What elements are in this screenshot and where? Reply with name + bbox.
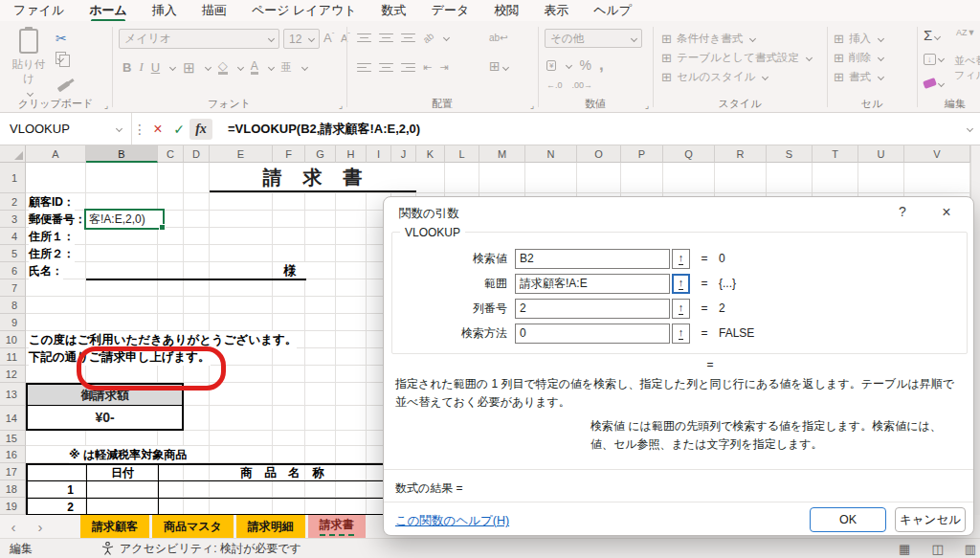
italic-button[interactable]: I — [139, 59, 143, 75]
sheet-nav-right[interactable]: › — [27, 519, 54, 535]
autosum-button[interactable]: Σ — [924, 27, 940, 43]
sort-filter-label[interactable]: 並べ替えフィルター — [954, 54, 980, 82]
cell-postal-label[interactable]: 郵便番号： — [29, 211, 86, 228]
column-header-R[interactable]: R — [715, 145, 767, 163]
row-header-5[interactable]: 5 — [0, 245, 26, 262]
column-header-N[interactable]: N — [525, 145, 577, 163]
ribbon-tab-ページ レイアウト[interactable]: ページ レイアウト — [252, 2, 357, 19]
function-help-link[interactable]: この関数のヘルプ(H) — [395, 513, 509, 529]
sheet-tab-請求顧客[interactable]: 請求顧客 — [80, 515, 149, 538]
column-header-S[interactable]: S — [767, 145, 813, 163]
ribbon-tab-表示[interactable]: 表示 — [544, 2, 568, 19]
row-header-16[interactable]: 16 — [0, 446, 26, 463]
accessibility-status[interactable]: アクセシビリティ: 検討が必要です — [120, 541, 301, 557]
cell-button[interactable]: ⊞挿入 — [834, 29, 883, 48]
ribbon-tab-ヘルプ[interactable]: ヘルプ — [593, 2, 632, 19]
dialog-launcher-icon[interactable]: ⌟ — [530, 100, 534, 110]
sort-filter-icon[interactable]: AZ▼ — [956, 29, 975, 37]
align-center-icon[interactable] — [379, 63, 393, 73]
view-page-layout-icon[interactable]: ◫ — [931, 542, 943, 556]
ribbon-tab-挿入[interactable]: 挿入 — [152, 2, 177, 19]
orientation-button[interactable]: ab — [421, 31, 436, 46]
clear-button[interactable] — [924, 77, 944, 90]
column-header-J[interactable]: J — [391, 145, 416, 163]
dialog-launcher-icon[interactable]: ⌟ — [104, 100, 108, 110]
align-top-icon[interactable] — [357, 33, 371, 43]
cut-button[interactable]: ✂ — [56, 31, 67, 46]
ribbon-tab-ファイル[interactable]: ファイル — [13, 2, 64, 19]
sheet-nav-left[interactable]: ‹ — [0, 519, 27, 535]
cell-addr1-label[interactable]: 住所１： — [29, 228, 75, 245]
column-header-H[interactable]: H — [336, 145, 367, 163]
cell-customer-id-label[interactable]: 顧客ID： — [29, 193, 75, 211]
column-header-C[interactable]: C — [158, 145, 184, 163]
column-header-M[interactable]: M — [479, 145, 525, 163]
comma-format-button[interactable]: , — [599, 56, 604, 75]
column-header-B[interactable]: B — [86, 145, 158, 163]
column-header-Q[interactable]: Q — [663, 145, 715, 163]
detail-row-1-number[interactable]: 1 — [26, 481, 79, 499]
fill-color-button[interactable]: ◇ — [218, 59, 228, 75]
column-header-U[interactable]: U — [858, 145, 904, 163]
ribbon-tab-ホーム[interactable]: ホーム — [89, 2, 127, 19]
font-size-select[interactable]: 12 — [283, 29, 320, 49]
row-header-18[interactable]: 18 — [0, 480, 26, 498]
select-all-corner[interactable] — [0, 145, 26, 163]
cell-button[interactable]: ⊞書式 — [834, 67, 883, 86]
view-normal-icon[interactable]: ▦ — [899, 542, 910, 556]
editing-cell-b3[interactable]: 客!A:E,2,0) — [84, 209, 165, 230]
decrease-indent-icon[interactable]: ⇤ — [423, 61, 432, 74]
formula-input[interactable]: =VLOOKUP(B2,請求顧客!A:E,2,0) — [228, 121, 420, 138]
row-header-12[interactable]: 12 — [0, 366, 26, 383]
row-header-2[interactable]: 2 — [0, 193, 26, 211]
column-header-T[interactable]: T — [813, 145, 858, 163]
column-header-I[interactable]: I — [367, 145, 391, 163]
increase-indent-icon[interactable]: ⇥ — [439, 61, 448, 74]
align-right-icon[interactable] — [401, 63, 415, 73]
expand-formula-bar-icon[interactable] — [967, 125, 973, 132]
row-header-8[interactable]: 8 — [0, 297, 26, 314]
column-header-E[interactable]: E — [210, 145, 273, 163]
sheet-tab-商品マスタ[interactable]: 商品マスタ — [152, 515, 234, 538]
invoice-title-cell[interactable]: 請 求 書 — [210, 163, 416, 192]
column-header-A[interactable]: A — [26, 145, 86, 163]
row-header-15[interactable]: 15 — [0, 431, 26, 446]
row-header-6[interactable]: 6 — [0, 262, 26, 279]
percent-format-button[interactable]: % — [579, 57, 590, 73]
row-header-11[interactable]: 11 — [0, 348, 26, 366]
row-header-19[interactable]: 19 — [0, 498, 26, 515]
fill-button[interactable]: ↓ — [924, 52, 944, 65]
ribbon-tab-数式[interactable]: 数式 — [382, 2, 407, 19]
formula-bar-handle[interactable]: ⋮ — [132, 122, 147, 137]
underline-button[interactable]: U — [151, 60, 160, 75]
collapse-dialog-button[interactable]: ↑ — [672, 249, 690, 269]
phonetic-button[interactable]: 亜 — [281, 62, 292, 73]
argument-input-検索方法[interactable]: 0 — [515, 324, 670, 344]
borders-button[interactable]: ⊞ — [183, 60, 195, 75]
argument-input-範囲[interactable]: 請求顧客!A:E — [515, 274, 670, 294]
style-button[interactable]: ⊞テーブルとして書式設定 — [661, 48, 812, 67]
grow-font-button[interactable]: Aˆ — [323, 31, 334, 45]
ribbon-tab-校閲[interactable]: 校閲 — [494, 2, 519, 19]
column-header-F[interactable]: F — [273, 145, 305, 163]
row-header-3[interactable]: 3 — [0, 211, 26, 228]
merge-center-button[interactable]: ⊞ — [489, 59, 508, 74]
row-header-4[interactable]: 4 — [0, 228, 26, 245]
column-header-P[interactable]: P — [621, 145, 663, 163]
cell-button[interactable]: ⊞削除 — [834, 48, 883, 67]
decrease-decimal-button[interactable]: .00→ — [572, 80, 593, 90]
insert-function-button[interactable]: fx — [189, 119, 212, 140]
dialog-close-button[interactable]: × — [937, 204, 956, 221]
confirm-entry-button[interactable]: ✓ — [168, 122, 189, 137]
dialog-launcher-icon[interactable]: ⌟ — [645, 100, 649, 110]
row-header-9[interactable]: 9 — [0, 314, 26, 331]
font-color-button[interactable]: A — [251, 60, 258, 75]
align-bottom-icon[interactable] — [401, 33, 415, 43]
row-header-7[interactable]: 7 — [0, 279, 26, 297]
detail-header-item[interactable]: 商 品 名 称 — [160, 464, 405, 481]
collapse-dialog-button[interactable]: ↑ — [672, 324, 690, 344]
style-button[interactable]: ⊞条件付き書式 — [661, 29, 812, 48]
detail-row-2-number[interactable]: 2 — [26, 499, 79, 515]
row-header-17[interactable]: 17 — [0, 463, 26, 480]
name-box[interactable]: VLOOKUP — [0, 113, 132, 145]
